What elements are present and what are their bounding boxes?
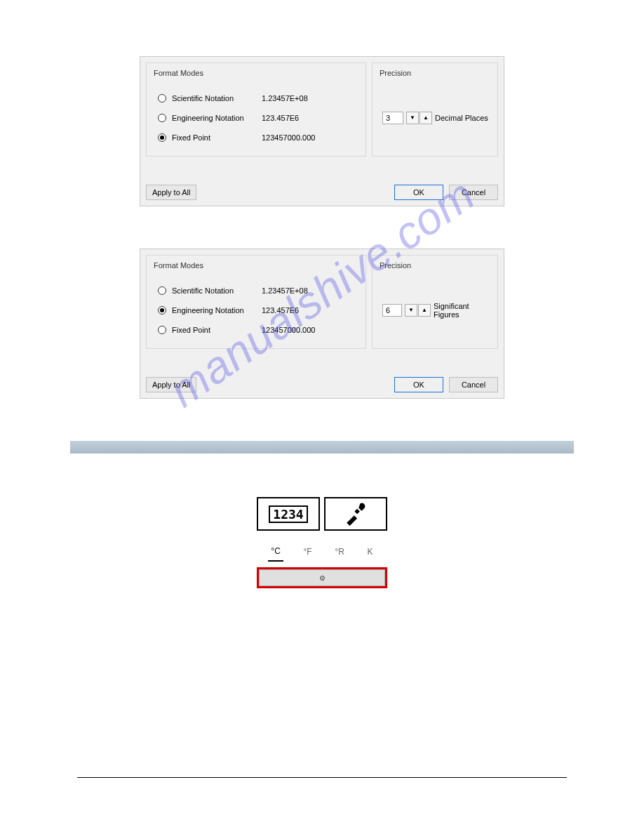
precision-title: Precision [380,69,490,77]
precision-panel: Precision 6 Significant Figures [372,255,498,349]
gear-icon: ⚙ [319,574,326,582]
precision-increment-button[interactable] [420,112,432,124]
precision-decrement-button[interactable] [405,304,417,317]
precision-panel: Precision 3 Decimal Places [372,62,498,157]
tools-button[interactable] [324,497,387,531]
format-dialog-1: Format Modes Scientific Notation 1.23457… [140,56,504,206]
settings-bar-highlight: ⚙ [257,567,387,588]
format-mode-row: Fixed Point 123457000.000 [154,128,358,147]
format-mode-example: 123457000.000 [262,326,315,334]
format-mode-example: 1.23457E+08 [262,94,308,102]
precision-value-input[interactable]: 6 [382,304,402,317]
format-mode-row: Scientific Notation 1.23457E+08 [154,281,358,300]
format-mode-row: Scientific Notation 1.23457E+08 [154,88,358,108]
precision-decrement-button[interactable] [406,112,419,124]
numeric-format-button[interactable]: 1234 [257,497,320,531]
apply-to-all-button[interactable]: Apply to All [146,377,196,392]
format-mode-row: Engineering Notation 123.457E6 [154,108,358,128]
format-modes-panel: Format Modes Scientific Notation 1.23457… [146,62,366,157]
apply-to-all-button[interactable]: Apply to All [146,185,196,200]
format-mode-example: 1.23457E+08 [262,286,308,295]
precision-label: Decimal Places [435,114,488,122]
format-modes-title: Format Modes [154,261,358,270]
radio-scientific[interactable] [158,286,166,295]
settings-button[interactable]: ⚙ [259,569,385,586]
format-mode-example: 123.457E6 [262,114,299,122]
radio-fixed-point[interactable] [158,133,166,142]
format-mode-example: 123.457E6 [262,306,299,315]
format-mode-label: Scientific Notation [172,286,256,295]
ok-button[interactable]: OK [394,185,443,200]
unit-tool-widget: 1234 °C °F °R K ⚙ [255,496,389,588]
format-mode-row: Fixed Point 123457000.000 [154,320,358,340]
radio-scientific[interactable] [158,94,166,102]
precision-increment-button[interactable] [418,304,431,317]
ok-button[interactable]: OK [394,377,443,392]
section-divider-bar [70,441,574,454]
number-badge-icon: 1234 [269,505,307,523]
unit-tabs: °C °F °R K [255,532,389,566]
unit-kelvin[interactable]: K [365,544,376,561]
format-mode-label: Engineering Notation [172,306,256,315]
precision-value-input[interactable]: 3 [382,112,403,124]
unit-fahrenheit[interactable]: °F [301,544,315,561]
format-dialog-2: Format Modes Scientific Notation 1.23457… [140,249,504,399]
unit-celsius[interactable]: °C [268,543,283,562]
precision-title: Precision [380,261,490,270]
format-mode-label: Fixed Point [172,326,256,334]
radio-engineering[interactable] [158,114,166,122]
format-mode-label: Scientific Notation [172,94,256,102]
format-mode-label: Fixed Point [172,133,256,142]
radio-fixed-point[interactable] [158,326,166,334]
footer-rule [77,777,567,778]
format-mode-row: Engineering Notation 123.457E6 [154,300,358,320]
svg-rect-0 [354,509,360,515]
unit-rankine[interactable]: °R [332,544,347,561]
radio-engineering[interactable] [158,306,166,315]
format-modes-title: Format Modes [154,69,358,77]
precision-label: Significant Figures [434,302,490,319]
screwdriver-wrench-icon [344,502,368,526]
format-mode-label: Engineering Notation [172,114,256,122]
format-mode-example: 123457000.000 [262,133,315,142]
format-modes-panel: Format Modes Scientific Notation 1.23457… [146,255,366,349]
cancel-button[interactable]: Cancel [449,185,498,200]
cancel-button[interactable]: Cancel [449,377,498,392]
